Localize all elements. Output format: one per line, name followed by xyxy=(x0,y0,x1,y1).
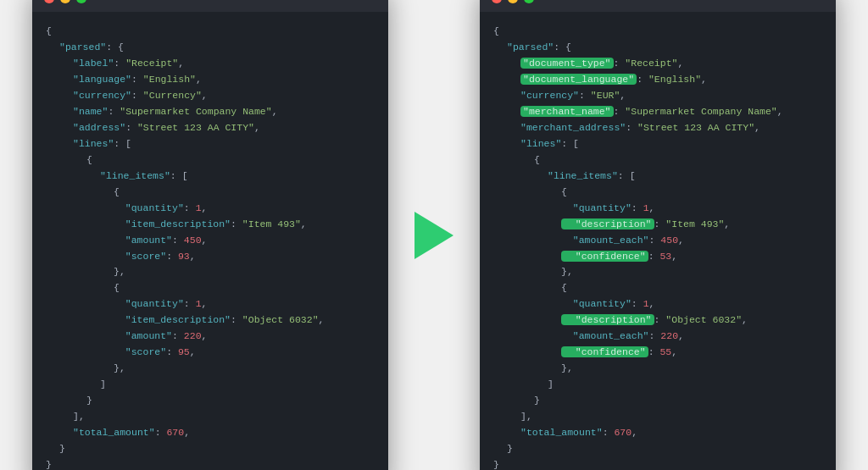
dot-green-left xyxy=(76,0,86,3)
right-code-body: { "parsed": { "document_type": "Receipt"… xyxy=(480,12,836,470)
left-code-window: { "parsed": { "label": "Receipt", "langu… xyxy=(32,0,388,470)
right-code-window: { "parsed": { "document_type": "Receipt"… xyxy=(480,0,836,470)
dot-yellow-left xyxy=(60,0,70,3)
left-titlebar xyxy=(32,0,388,12)
dot-yellow-right xyxy=(508,0,518,3)
transform-arrow-container xyxy=(409,212,459,259)
dot-red-left xyxy=(44,0,54,3)
transform-arrow-icon xyxy=(415,212,453,259)
main-container: { "parsed": { "label": "Receipt", "langu… xyxy=(0,0,868,470)
right-titlebar xyxy=(480,0,836,12)
left-code-body: { "parsed": { "label": "Receipt", "langu… xyxy=(32,12,388,470)
dot-green-right xyxy=(524,0,534,3)
dot-red-right xyxy=(492,0,502,3)
